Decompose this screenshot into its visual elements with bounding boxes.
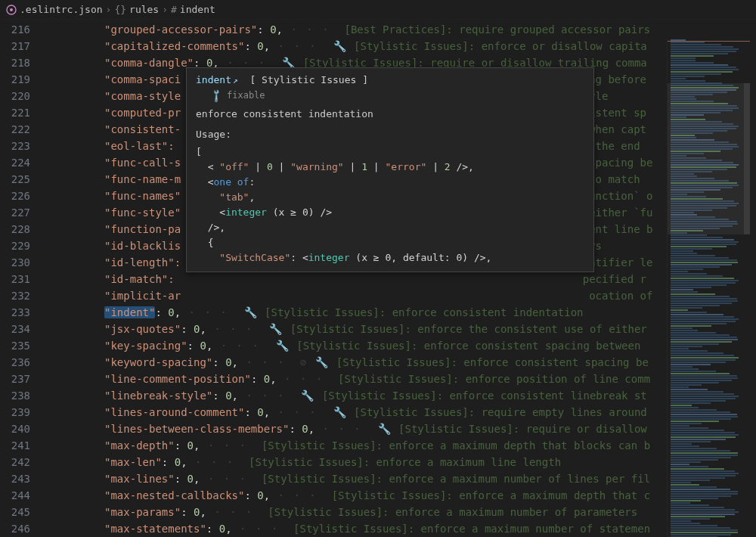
line-number: 226 <box>0 188 44 204</box>
code-line[interactable]: "id-match":pecified r <box>44 271 756 287</box>
line-number: 227 <box>0 204 44 221</box>
chevron-right-icon: › <box>162 4 168 15</box>
line-number: 220 <box>0 88 44 104</box>
line-number: 243 <box>0 470 44 487</box>
line-number: 240 <box>0 421 44 437</box>
line-number: 231 <box>0 271 44 287</box>
line-number: 234 <box>0 321 44 337</box>
line-number: 239 <box>0 404 44 421</box>
code-line[interactable]: "max-nested-callbacks": 0, · · · [Stylis… <box>44 487 756 504</box>
line-number: 233 <box>0 304 44 321</box>
minimap-scrollbar[interactable] <box>744 39 750 537</box>
line-number: 217 <box>0 38 44 54</box>
line-number: 230 <box>0 254 44 271</box>
braces-icon: {} <box>114 4 126 15</box>
json-file-icon <box>6 5 17 15</box>
breadcrumb-indent[interactable]: indent <box>180 4 215 15</box>
minimap[interactable] <box>667 39 750 537</box>
hover-rule-name[interactable]: indent <box>196 74 231 85</box>
line-number: 221 <box>0 104 44 121</box>
code-line[interactable]: "lines-between-class-members": 0, · · · … <box>44 421 756 437</box>
line-number: 246 <box>0 520 44 537</box>
external-link-icon[interactable]: ↗ <box>233 76 238 85</box>
code-line[interactable]: "max-statements": 0, · · · [Stylistic Is… <box>44 520 756 537</box>
line-number: 219 <box>0 71 44 88</box>
code-line[interactable]: "implicit-arocation of <box>44 287 756 304</box>
code-line[interactable]: "key-spacing": 0, · · · 🔧 [Stylistic Iss… <box>44 337 756 354</box>
code-line[interactable]: "grouped-accessor-pairs": 0, · · · [Best… <box>44 21 756 38</box>
breadcrumb-file[interactable]: .eslintrc.json <box>20 4 103 15</box>
line-number-gutter: 2162172182192202212222232242252262272282… <box>0 20 44 537</box>
code-line[interactable]: "max-lines": 0, · · · [Stylistic Issues]… <box>44 470 756 487</box>
code-line[interactable]: "line-comment-position": 0, · · · [Styli… <box>44 371 756 387</box>
line-number: 223 <box>0 138 44 154</box>
line-number: 222 <box>0 121 44 138</box>
hover-usage-label: Usage: <box>196 129 584 140</box>
code-line[interactable]: "max-len": 0, · · · [Stylistic Issues]: … <box>44 454 756 470</box>
hover-category: [ Stylistic Issues ] <box>249 74 368 85</box>
code-line[interactable]: "max-depth": 0, · · · [Stylistic Issues]… <box>44 437 756 454</box>
line-number: 224 <box>0 154 44 171</box>
code-line[interactable]: "lines-around-comment": 0, · · · 🔧 [Styl… <box>44 404 756 421</box>
chevron-right-icon: › <box>106 4 112 15</box>
hover-description: enforce consistent indentation <box>196 108 584 120</box>
line-number: 238 <box>0 387 44 404</box>
line-number: 216 <box>0 21 44 38</box>
line-number: 225 <box>0 171 44 188</box>
line-number: 244 <box>0 487 44 504</box>
hover-tooltip: indent↗ [ Stylistic Issues ] 🔧fixable en… <box>186 67 594 272</box>
breadcrumb-rules[interactable]: rules <box>129 4 159 15</box>
line-number: 241 <box>0 437 44 454</box>
line-number: 229 <box>0 237 44 254</box>
hash-icon: # <box>171 4 177 15</box>
line-number: 242 <box>0 454 44 470</box>
minimap-viewport[interactable] <box>668 83 750 234</box>
code-line[interactable]: "indent": 0, · · · 🔧 [Stylistic Issues]:… <box>44 304 756 321</box>
line-number: 228 <box>0 221 44 237</box>
line-number: 232 <box>0 287 44 304</box>
code-line[interactable]: "max-params": 0, · · · [Stylistic Issues… <box>44 504 756 520</box>
code-line[interactable]: "capitalized-comments": 0, · · · 🔧 [Styl… <box>44 38 756 54</box>
hover-usage-body: [ < "off" | 0 | "warning" | 1 | "error" … <box>196 144 584 265</box>
line-number: 235 <box>0 337 44 354</box>
code-line[interactable]: "keyword-spacing": 0, · · · ⊘ 🔧 [Stylist… <box>44 354 756 371</box>
svg-point-1 <box>10 8 13 11</box>
hover-fixable: 🔧fixable <box>211 90 584 101</box>
line-number: 237 <box>0 371 44 387</box>
code-line[interactable]: "linebreak-style": 0, · · · 🔧 [Stylistic… <box>44 387 756 404</box>
line-number: 236 <box>0 354 44 371</box>
code-line[interactable]: "jsx-quotes": 0, · · · 🔧 [Stylistic Issu… <box>44 321 756 337</box>
line-number: 245 <box>0 504 44 520</box>
line-number: 218 <box>0 54 44 71</box>
wrench-icon: 🔧 <box>209 88 225 104</box>
breadcrumb[interactable]: .eslintrc.json › {} rules › # indent <box>0 0 756 20</box>
editor-area[interactable]: 2162172182192202212222232242252262272282… <box>0 20 756 537</box>
